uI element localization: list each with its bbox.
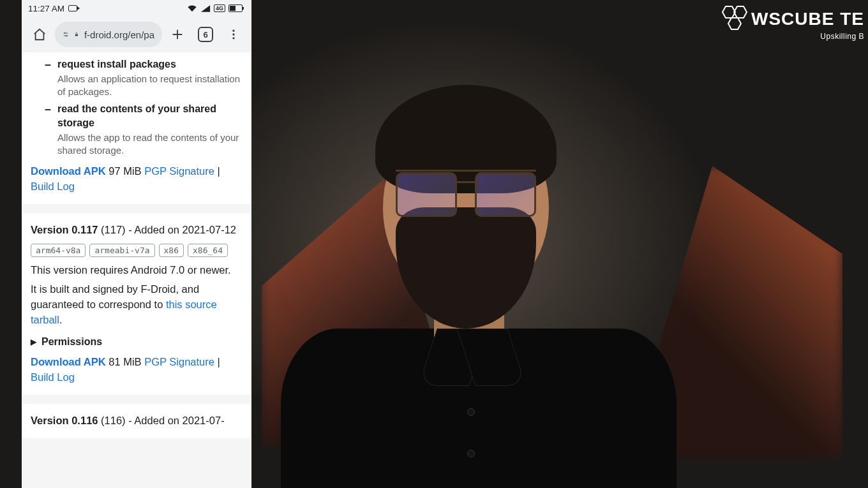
arch-chip: arm64-v8a xyxy=(31,244,86,257)
version-header: Version 0.117 (117) - Added on 2021-07-1… xyxy=(31,222,243,237)
status-time: 11:27 AM xyxy=(28,4,64,13)
home-button[interactable] xyxy=(27,22,52,47)
presenter-figure xyxy=(300,54,657,488)
apk-size: 81 MiB xyxy=(108,356,144,367)
pgp-signature-link[interactable]: PGP Signature xyxy=(144,165,214,177)
permission-title: read the contents of your shared storage xyxy=(57,102,243,130)
signed-text: It is built and signed by F-Droid, and g… xyxy=(31,281,243,327)
hexagon-logo-icon xyxy=(718,5,749,33)
svg-point-6 xyxy=(66,35,67,36)
arch-chip: x86_64 xyxy=(188,244,228,257)
separator: | xyxy=(214,356,220,367)
tab-count: 6 xyxy=(198,27,213,42)
requirement-text: This version requires Android 7.0 or new… xyxy=(31,262,243,277)
svg-point-10 xyxy=(232,37,234,39)
svg-marker-2 xyxy=(728,18,741,29)
network-badge: 4G xyxy=(214,4,225,12)
brand-tagline: Upskilling B xyxy=(718,32,864,41)
signal-icon xyxy=(200,4,211,13)
svg-point-8 xyxy=(232,30,234,32)
version-card: Version 0.117 (117) - Added on 2021-07-1… xyxy=(22,213,251,395)
bullet-icon: – xyxy=(45,58,51,98)
svg-point-9 xyxy=(232,33,234,35)
wifi-icon xyxy=(187,4,197,13)
url-bar[interactable]: f-droid.org/en/pa xyxy=(55,22,162,47)
caret-right-icon: ▶ xyxy=(31,337,36,346)
svg-rect-7 xyxy=(75,34,78,36)
build-log-link[interactable]: Build Log xyxy=(31,181,75,192)
home-icon xyxy=(33,27,47,41)
version-card: Version 0.116 (116) - Added on 2021-07- xyxy=(22,404,251,438)
brand-watermark: WSCUBE TE Upskilling B xyxy=(718,5,868,41)
brand-name: WSCUBE TE xyxy=(751,9,864,29)
version-header: Version 0.116 (116) - Added on 2021-07- xyxy=(31,413,243,428)
bullet-icon: – xyxy=(45,103,51,157)
arch-chip: armeabi-v7a xyxy=(89,244,154,257)
page-content[interactable]: – request install packages Allows an app… xyxy=(22,52,251,488)
pgp-signature-link[interactable]: PGP Signature xyxy=(144,356,214,367)
site-settings-icon xyxy=(63,29,69,40)
permission-desc: Allows the app to read the contents of y… xyxy=(57,131,243,157)
camera-icon xyxy=(68,5,77,11)
apk-size: 97 MiB xyxy=(108,165,144,177)
permission-desc: Allows an application to request install… xyxy=(57,73,243,98)
more-vert-icon xyxy=(227,28,240,41)
new-tab-button[interactable] xyxy=(165,22,190,47)
plus-icon xyxy=(170,27,184,41)
tab-switcher-button[interactable]: 6 xyxy=(193,22,218,47)
svg-point-4 xyxy=(64,33,66,34)
build-log-link[interactable]: Build Log xyxy=(31,371,75,383)
permission-title: request install packages xyxy=(57,57,243,71)
phone-overlay: 11:27 AM 4G xyxy=(22,0,251,488)
overflow-menu-button[interactable] xyxy=(221,22,246,47)
version-card: – request install packages Allows an app… xyxy=(22,52,251,204)
permissions-toggle[interactable]: ▶ Permissions xyxy=(31,336,243,348)
separator: | xyxy=(214,165,220,177)
browser-toolbar: f-droid.org/en/pa 6 xyxy=(22,17,251,52)
lock-icon xyxy=(74,30,79,39)
status-bar: 11:27 AM 4G xyxy=(22,0,251,17)
permission-item: – request install packages Allows an app… xyxy=(31,57,243,98)
battery-icon xyxy=(228,4,243,12)
arch-chip: x86 xyxy=(159,244,184,257)
download-apk-link[interactable]: Download APK xyxy=(31,356,106,367)
arch-chip-row: arm64-v8a armeabi-v7a x86 x86_64 xyxy=(31,244,243,257)
download-apk-link[interactable]: Download APK xyxy=(31,165,106,177)
permission-item: – read the contents of your shared stora… xyxy=(31,102,243,157)
url-text: f-droid.org/en/pa xyxy=(84,29,154,40)
